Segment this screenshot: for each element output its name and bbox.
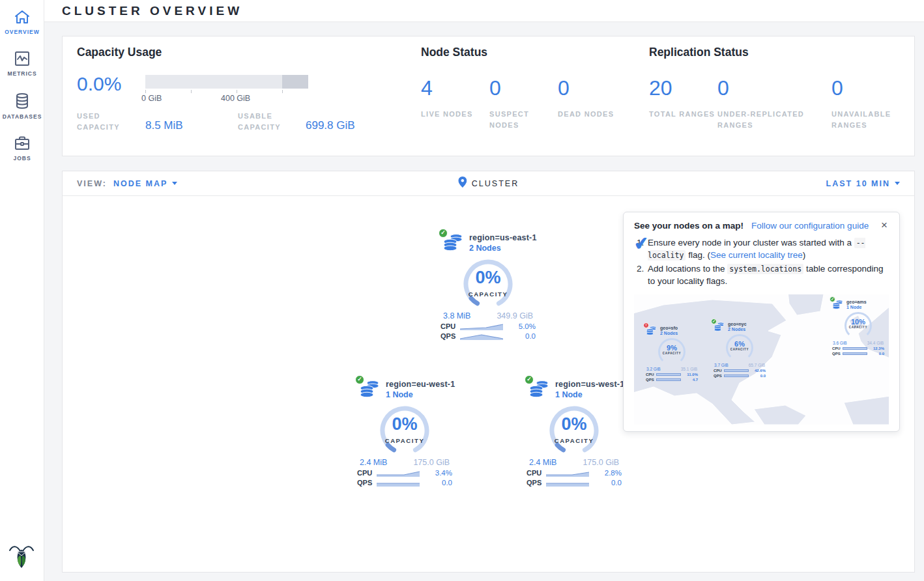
sidebar-item-label: DATABASES xyxy=(0,113,44,120)
sidebar-item-databases[interactable]: DATABASES xyxy=(0,83,44,126)
sidebar-item-jobs[interactable]: JOBS xyxy=(0,126,44,168)
mini-capacity-gauge: 6% CAPACITY xyxy=(726,334,753,361)
cpu-value: 3.4% xyxy=(435,469,452,477)
mini-capacity-gauge: 10% CAPACITY xyxy=(845,312,872,339)
dead-nodes-stat: 0 DEAD NODES xyxy=(558,75,626,131)
region-card-us-west-1[interactable]: ✓ region=us-west-1 xyxy=(521,380,628,487)
popup-step-1: 1. Ensure every node in your cluster was… xyxy=(637,237,889,262)
node-map-container: VIEW: NODE MAP CLUSTER LAST 10 MIN xyxy=(62,171,915,573)
used-capacity-label: USED CAPACITY xyxy=(77,111,145,133)
mini-qps-sparkline xyxy=(656,378,681,381)
jobs-icon xyxy=(0,135,44,151)
minimap-preview: ! geo=sfo 2 Nodes xyxy=(634,294,889,425)
system-locations-code: system.locations xyxy=(727,264,803,274)
node-map-config-popup: See your nodes on a map! Follow our conf… xyxy=(623,212,900,432)
under-replicated-ranges-stat: 0 UNDER-REPLICATED RANGES xyxy=(717,75,831,131)
live-nodes-stat: 4 LIVE NODES xyxy=(421,75,489,131)
mini-qps-sparkline xyxy=(724,375,749,377)
mini-node-count: 2 Nodes xyxy=(728,327,747,332)
region-used-capacity: 3.8 MiB xyxy=(443,311,470,320)
capacity-bar-nonusable-segment xyxy=(282,75,308,89)
breadcrumb-cluster[interactable]: CLUSTER xyxy=(472,179,519,188)
node-stack-icon xyxy=(442,244,463,255)
capacity-label: CAPACITY xyxy=(459,290,517,298)
total-ranges-label: TOTAL RANGES xyxy=(649,109,717,120)
qps-sparkline xyxy=(460,332,503,340)
cpu-sparkline xyxy=(377,469,420,477)
sidebar-item-label: OVERVIEW xyxy=(0,29,44,35)
mini-region-title: geo=ams xyxy=(846,300,867,304)
region-node-count[interactable]: 1 Node xyxy=(555,390,624,399)
live-nodes-value: 4 xyxy=(421,75,489,101)
capacity-percent: 0% xyxy=(545,414,603,434)
live-nodes-label: LIVE NODES xyxy=(421,109,489,120)
region-card-eu-west-1[interactable]: ✓ region=eu-west-1 xyxy=(351,380,458,487)
locality-tree-link[interactable]: See current locality tree xyxy=(710,250,803,260)
configuration-guide-link[interactable]: Follow our configuration guide xyxy=(751,221,869,231)
time-range-dropdown[interactable]: LAST 10 MIN xyxy=(826,179,900,188)
sidebar-item-metrics[interactable]: METRICS xyxy=(0,42,44,83)
capacity-gauge: 0% CAPACITY xyxy=(376,404,433,454)
sidebar-item-label: METRICS xyxy=(0,70,44,77)
databases-icon xyxy=(0,92,44,109)
capacity-usage-title: Capacity Usage xyxy=(77,46,355,59)
step-text: ) xyxy=(803,250,806,260)
unavailable-ranges-value: 0 xyxy=(831,75,924,101)
mini-node-count: 1 Node xyxy=(846,305,867,309)
cpu-label: CPU xyxy=(357,469,377,477)
cpu-value: 2.8% xyxy=(605,469,622,477)
step-done-check-icon: ✔ xyxy=(633,231,650,257)
sidebar-item-overview[interactable]: OVERVIEW xyxy=(0,0,44,42)
chevron-down-icon xyxy=(895,182,900,185)
under-replicated-ranges-value: 0 xyxy=(717,75,831,101)
region-used-capacity: 2.4 MiB xyxy=(529,458,556,467)
cpu-label: CPU xyxy=(440,322,460,330)
mini-qps-sparkline xyxy=(843,352,867,355)
capacity-tick-label-400: 400 GiB xyxy=(221,94,250,103)
region-used-capacity: 2.4 MiB xyxy=(360,458,387,467)
view-label: VIEW: xyxy=(77,179,107,188)
healthy-check-icon: ✓ xyxy=(830,296,835,302)
chevron-down-icon xyxy=(172,182,177,185)
qps-sparkline xyxy=(377,479,420,487)
region-card-us-east-1[interactable]: ✓ region=us-east-1 xyxy=(435,233,541,340)
node-map: ✓ region=us-east-1 xyxy=(63,196,914,572)
step-text: Ensure every node in your cluster was st… xyxy=(648,238,854,248)
minimap-node-sfo: ! geo=sfo 2 Nodes xyxy=(641,326,703,382)
dead-nodes-value: 0 xyxy=(558,75,626,101)
dead-nodes-label: DEAD NODES xyxy=(558,109,626,120)
cpu-sparkline xyxy=(546,469,589,477)
healthy-check-icon: ✓ xyxy=(439,229,448,238)
replication-status-section: Replication Status 20 TOTAL RANGES 0 UND… xyxy=(649,46,924,131)
node-stack-icon xyxy=(528,390,549,401)
node-status-title: Node Status xyxy=(421,46,626,59)
capacity-label: CAPACITY xyxy=(376,437,433,444)
mini-node-count: 2 Nodes xyxy=(660,331,678,335)
view-bar: VIEW: NODE MAP CLUSTER LAST 10 MIN xyxy=(63,171,914,196)
page-title: CLUSTER OVERVIEW xyxy=(62,4,242,18)
warning-badge-icon: ! xyxy=(643,322,649,328)
capacity-label: CAPACITY xyxy=(545,437,603,444)
qps-label: QPS xyxy=(440,332,460,340)
region-title: region=eu-west-1 xyxy=(386,380,455,389)
cpu-sparkline xyxy=(460,322,503,330)
mini-region-title: geo=nyc xyxy=(728,322,747,326)
view-selector-dropdown[interactable]: NODE MAP xyxy=(113,179,177,188)
region-node-count[interactable]: 1 Node xyxy=(386,390,455,399)
capacity-gauge: 0% CAPACITY xyxy=(459,258,517,307)
mini-capacity-gauge: 9% CAPACITY xyxy=(658,338,686,365)
region-node-count[interactable]: 2 Nodes xyxy=(469,244,537,253)
region-total-capacity: 175.0 GiB xyxy=(413,458,450,467)
page-header: CLUSTER OVERVIEW xyxy=(44,0,924,22)
popup-step-2: 2. Add locations to the system.locations… xyxy=(637,263,889,288)
healthy-check-icon: ✓ xyxy=(355,375,364,384)
region-total-capacity: 175.0 GiB xyxy=(583,458,619,467)
capacity-percent: 0% xyxy=(376,414,433,434)
region-total-capacity: 349.9 GiB xyxy=(497,311,533,320)
mini-region-title: geo=sfo xyxy=(660,326,678,330)
under-replicated-ranges-label: UNDER-REPLICATED RANGES xyxy=(717,109,809,131)
region-title: region=us-east-1 xyxy=(469,233,537,242)
close-icon[interactable]: × xyxy=(880,220,889,231)
suspect-nodes-stat: 0 SUSPECT NODES xyxy=(489,75,558,131)
suspect-nodes-value: 0 xyxy=(489,75,558,101)
